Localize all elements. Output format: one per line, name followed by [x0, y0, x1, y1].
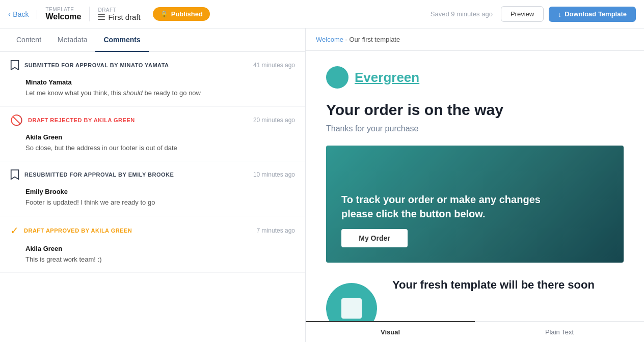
draft-label: DRAFT: [98, 7, 140, 13]
draft-name: First draft: [108, 13, 140, 21]
bottom-circle-inner: [341, 298, 362, 319]
main-content: Content Metadata Comments SUBMITTED FOR …: [0, 28, 644, 342]
view-toggle: Visual Plain Text: [306, 321, 644, 342]
visual-view-button[interactable]: Visual: [306, 321, 475, 342]
email-logo-row: Evergreen: [326, 66, 624, 89]
comment-author: Akila Green: [25, 245, 295, 252]
event-label-rejected: DRAFT REJECTED BY AKILA GREEN: [28, 117, 248, 123]
comment-text: This is great work team! :): [25, 254, 295, 265]
comment-author: Akila Green: [25, 133, 295, 141]
event-time-submitted: 41 minutes ago: [253, 62, 295, 69]
right-panel: Welcome - Our first template Evergreen Y…: [306, 28, 644, 342]
event-time-approved: 7 minutes ago: [257, 227, 295, 234]
preview-button[interactable]: Preview: [501, 6, 544, 22]
event-time-rejected: 20 minutes ago: [253, 117, 295, 124]
comment-akila-2: Akila Green This is great work team! :): [0, 242, 305, 273]
preview-breadcrumb: Welcome - Our first template: [306, 28, 644, 51]
email-subtitle: Thanks for your purchase: [326, 124, 624, 133]
evergreen-logo-text[interactable]: Evergreen: [355, 70, 419, 86]
back-button[interactable]: ‹ Back: [8, 10, 37, 19]
breadcrumb-link[interactable]: Welcome: [316, 36, 343, 43]
tab-metadata[interactable]: Metadata: [49, 28, 95, 52]
bookmark-icon-2: [10, 169, 19, 180]
email-title: Your order is on the way: [326, 101, 624, 119]
download-template-button[interactable]: ↓ Download Template: [549, 7, 636, 22]
breadcrumb-text: - Our first template: [343, 36, 400, 43]
chevron-left-icon: ‹: [8, 10, 11, 19]
tab-comments[interactable]: Comments: [95, 28, 148, 52]
published-label: Published: [171, 10, 203, 18]
event-time-resubmitted: 10 minutes ago: [253, 171, 295, 178]
plain-text-view-button[interactable]: Plain Text: [475, 322, 644, 342]
comment-author: Minato Yamata: [25, 78, 295, 86]
saved-status: Saved 9 minutes ago: [431, 10, 493, 18]
event-resubmitted: RESUBMITTED FOR APPROVAL BY EMILY BROOKE…: [0, 161, 305, 185]
circle-slash-icon: 🚫: [10, 115, 23, 125]
draft-section: DRAFT First draft: [98, 7, 140, 21]
event-approved: ✓ DRAFT APPROVED BY AKILA GREEN 7 minute…: [0, 216, 305, 242]
email-bottom: Your fresh template will be there soon: [326, 278, 624, 321]
published-badge: 🔒 Published: [153, 7, 210, 21]
comment-akila-1: Akila Green So close, but the address in…: [0, 130, 305, 162]
download-icon: ↓: [558, 10, 561, 18]
comment-minato-1: Minato Yamata Let me know what you think…: [0, 75, 305, 107]
hamburger-icon[interactable]: [98, 14, 105, 20]
lock-icon: 🔒: [160, 10, 168, 18]
checkmark-icon: ✓: [10, 224, 19, 237]
template-label: TEMPLATE: [45, 7, 81, 12]
comment-text: So close, but the address in our footer …: [25, 143, 295, 153]
tab-content[interactable]: Content: [8, 28, 49, 52]
comment-text: Let me know what you think, this should …: [25, 88, 295, 98]
bottom-circle-icon: [326, 283, 377, 321]
comment-author: Emily Brooke: [25, 188, 295, 195]
comment-text: Footer is updated! I think we are ready …: [25, 197, 295, 208]
tabs: Content Metadata Comments: [0, 28, 305, 52]
event-label-approved: DRAFT APPROVED BY AKILA GREEN: [24, 227, 252, 234]
comments-list: SUBMITTED FOR APPROVAL BY MINATO YAMATA …: [0, 52, 305, 342]
left-panel: Content Metadata Comments SUBMITTED FOR …: [0, 28, 306, 342]
comment-emily: Emily Brooke Footer is updated! I think …: [0, 185, 305, 216]
bookmark-icon: [10, 60, 19, 70]
email-banner: To track your order or make any changes …: [326, 146, 624, 263]
event-rejected: 🚫 DRAFT REJECTED BY AKILA GREEN 20 minut…: [0, 107, 305, 130]
app-header: ‹ Back TEMPLATE Welcome DRAFT First draf…: [0, 0, 644, 28]
template-section: TEMPLATE Welcome: [45, 7, 90, 21]
bottom-text: Your fresh template will be there soon: [392, 278, 624, 293]
banner-content: To track your order or make any changes …: [341, 192, 608, 247]
event-label-submitted: SUBMITTED FOR APPROVAL BY MINATO YAMATA: [24, 62, 248, 68]
template-name: Welcome: [45, 12, 81, 21]
event-label-resubmitted: RESUBMITTED FOR APPROVAL BY EMILY BROOKE: [24, 172, 248, 178]
my-order-button[interactable]: My Order: [341, 229, 408, 247]
draft-name-row: First draft: [98, 13, 140, 21]
event-submitted: SUBMITTED FOR APPROVAL BY MINATO YAMATA …: [0, 52, 305, 75]
banner-text: To track your order or make any changes …: [341, 192, 545, 221]
evergreen-logo-circle: [326, 66, 348, 89]
email-preview: Evergreen Your order is on the way Thank…: [306, 51, 644, 321]
